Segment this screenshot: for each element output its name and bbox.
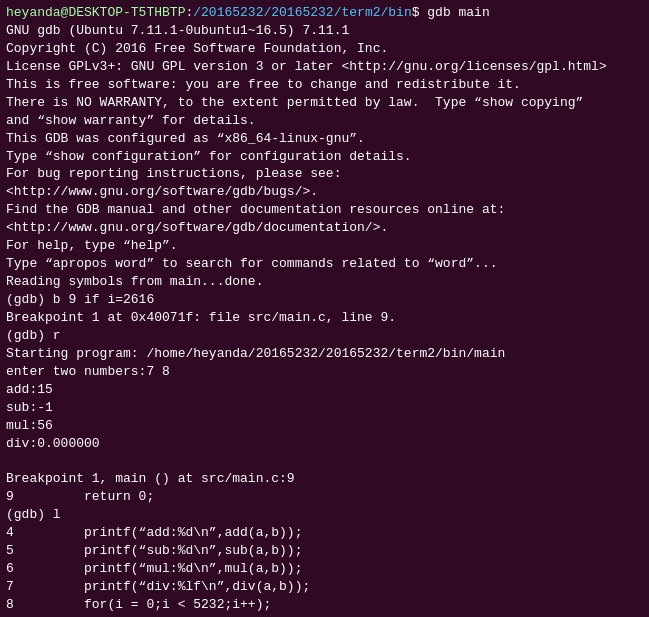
line-4: License GPLv3+: GNU GPL version 3 or lat… [6, 58, 643, 76]
line-24: mul:56 [6, 417, 643, 435]
line-16: Reading symbols from main...done. [6, 273, 643, 291]
line-8: This GDB was configured as “x86_64-linux… [6, 130, 643, 148]
line-9: Type “show configuration” for configurat… [6, 148, 643, 166]
line-23: sub:-1 [6, 399, 643, 417]
line-11: <http://www.gnu.org/software/gdb/bugs/>. [6, 183, 643, 201]
line-17: (gdb) b 9 if i=2616 [6, 291, 643, 309]
line-7: and “show warranty” for details. [6, 112, 643, 130]
line-31: 5 printf(“sub:%d\n”,sub(a,b)); [6, 542, 643, 560]
line-10: For bug reporting instructions, please s… [6, 165, 643, 183]
line-14: For help, type “help”. [6, 237, 643, 255]
line-32: 6 printf(“mul:%d\n”,mul(a,b)); [6, 560, 643, 578]
line-12: Find the GDB manual and other documentat… [6, 201, 643, 219]
line-2: GNU gdb (Ubuntu 7.11.1-0ubuntu1~16.5) 7.… [6, 22, 643, 40]
line-13: <http://www.gnu.org/software/gdb/documen… [6, 219, 643, 237]
line-21: enter two numbers:7 8 [6, 363, 643, 381]
terminal-window[interactable]: heyanda@DESKTOP-T5THBTP:/20165232/201652… [0, 0, 649, 617]
prompt-dollar: $ gdb main [412, 5, 490, 20]
prompt-user: heyanda@DESKTOP-T5THBTP [6, 5, 185, 20]
line-33: 7 printf(“div:%lf\n”,div(a,b)); [6, 578, 643, 596]
line-prompt: heyanda@DESKTOP-T5THBTP:/20165232/201652… [6, 4, 643, 22]
line-5: This is free software: you are free to c… [6, 76, 643, 94]
line-20: Starting program: /home/heyanda/20165232… [6, 345, 643, 363]
line-26 [6, 452, 643, 470]
line-15: Type “apropos word” to search for comman… [6, 255, 643, 273]
line-28: 9 return 0; [6, 488, 643, 506]
line-29: (gdb) l [6, 506, 643, 524]
line-25: div:0.000000 [6, 435, 643, 453]
line-27: Breakpoint 1, main () at src/main.c:9 [6, 470, 643, 488]
line-3: Copyright (C) 2016 Free Software Foundat… [6, 40, 643, 58]
prompt-path: /20165232/20165232/term2/bin [193, 5, 411, 20]
line-30: 4 printf(“add:%d\n”,add(a,b)); [6, 524, 643, 542]
line-18: Breakpoint 1 at 0x40071f: file src/main.… [6, 309, 643, 327]
line-22: add:15 [6, 381, 643, 399]
line-34: 8 for(i = 0;i < 5232;i++); [6, 596, 643, 614]
line-6: There is NO WARRANTY, to the extent perm… [6, 94, 643, 112]
line-19: (gdb) r [6, 327, 643, 345]
